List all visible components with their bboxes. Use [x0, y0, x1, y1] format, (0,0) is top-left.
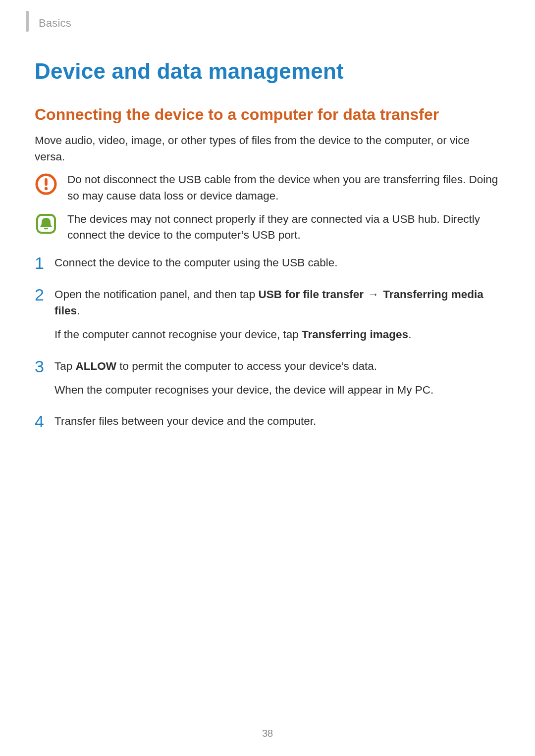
svg-rect-1	[45, 178, 48, 186]
document-page: Basics Device and data management Connec…	[0, 0, 535, 756]
step-4-text: Transfer files between your device and t…	[54, 415, 316, 427]
caution-callout: Do not disconnect the USB cable from the…	[35, 172, 500, 204]
step-4: Transfer files between your device and t…	[35, 413, 500, 430]
step-2-subtext: If the computer cannot recognise your de…	[54, 326, 500, 343]
steps-list: Connect the device to the computer using…	[35, 254, 500, 430]
note-text: The devices may not connect properly if …	[67, 211, 500, 244]
step-2-sub-post: .	[408, 328, 411, 341]
caution-icon	[35, 173, 57, 196]
step-1: Connect the device to the computer using…	[35, 254, 500, 271]
svg-rect-4	[44, 228, 48, 229]
note-callout: The devices may not connect properly if …	[35, 211, 500, 244]
step-1-text: Connect the device to the computer using…	[54, 256, 338, 269]
page-title: Device and data management	[35, 59, 500, 84]
page-header: Basics	[35, 15, 500, 32]
breadcrumb-section: Basics	[39, 17, 71, 30]
step-3: Tap ALLOW to permit the computer to acce…	[35, 358, 500, 399]
step-3-text-pre: Tap	[54, 360, 76, 372]
arrow-icon: →	[364, 288, 383, 301]
intro-paragraph: Move audio, video, image, or other types…	[35, 133, 500, 165]
page-number: 38	[0, 728, 535, 739]
step-2-text-post: .	[77, 304, 80, 317]
step-3-bold: ALLOW	[76, 360, 116, 372]
svg-point-2	[45, 187, 48, 190]
step-2-sub-bold: Transferring images	[302, 328, 408, 341]
note-icon	[35, 212, 57, 235]
header-tab-marker	[26, 11, 29, 32]
caution-text: Do not disconnect the USB cable from the…	[67, 172, 500, 204]
step-2-sub-pre: If the computer cannot recognise your de…	[54, 328, 302, 341]
step-2: Open the notification panel, and then ta…	[35, 286, 500, 343]
step-2-bold-1: USB for file transfer	[259, 288, 364, 301]
step-2-text-pre: Open the notification panel, and then ta…	[54, 288, 259, 301]
step-3-text-post: to permit the computer to access your de…	[116, 360, 377, 372]
section-heading: Connecting the device to a computer for …	[35, 105, 500, 124]
step-3-subtext: When the computer recognises your device…	[54, 382, 500, 399]
